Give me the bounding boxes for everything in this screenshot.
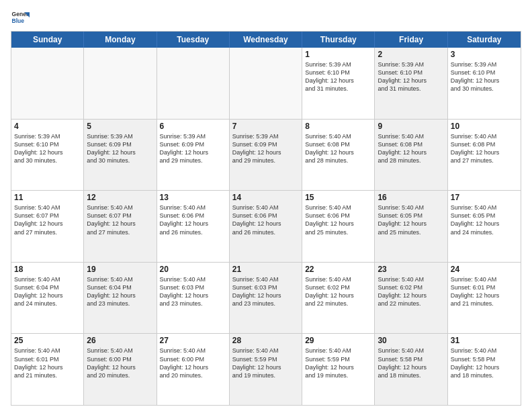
cell-line: Sunset: 6:01 PM bbox=[451, 283, 518, 291]
day-cell-29: 29Sunrise: 5:40 AMSunset: 5:59 PMDayligh… bbox=[302, 334, 375, 405]
cell-line: Sunset: 6:00 PM bbox=[160, 355, 226, 363]
cell-line: Sunset: 6:08 PM bbox=[451, 140, 518, 148]
cell-line: and 30 minutes. bbox=[451, 85, 518, 93]
cell-line: and 21 minutes. bbox=[451, 300, 518, 308]
cell-line: Daylight: 12 hours bbox=[451, 220, 518, 228]
cell-line: Sunset: 6:01 PM bbox=[14, 355, 81, 363]
day-cell-13: 13Sunrise: 5:40 AMSunset: 6:06 PMDayligh… bbox=[157, 191, 230, 262]
header-day-thursday: Thursday bbox=[302, 32, 375, 48]
day-cell-31: 31Sunrise: 5:40 AMSunset: 5:58 PMDayligh… bbox=[448, 334, 521, 405]
cell-line: Daylight: 12 hours bbox=[378, 148, 444, 156]
day-number: 28 bbox=[232, 336, 299, 345]
cell-line: Daylight: 12 hours bbox=[305, 220, 371, 228]
cell-line: and 20 minutes. bbox=[87, 371, 153, 379]
cell-line: Daylight: 12 hours bbox=[232, 220, 299, 228]
day-number: 24 bbox=[451, 265, 518, 274]
cell-line: Sunset: 6:08 PM bbox=[305, 140, 371, 148]
cell-line: Daylight: 12 hours bbox=[87, 220, 153, 228]
cell-line: Sunrise: 5:40 AM bbox=[305, 203, 371, 212]
week-row-4: 18Sunrise: 5:40 AMSunset: 6:04 PMDayligh… bbox=[11, 263, 521, 334]
cell-line: Sunset: 6:06 PM bbox=[305, 212, 371, 220]
cell-line: Sunset: 6:05 PM bbox=[451, 212, 518, 220]
day-cell-4: 4Sunrise: 5:39 AMSunset: 6:10 PMDaylight… bbox=[11, 120, 84, 191]
day-number: 30 bbox=[378, 336, 444, 345]
cell-line: and 27 minutes. bbox=[14, 228, 81, 236]
cell-line: Sunrise: 5:40 AM bbox=[451, 132, 518, 140]
cell-line: and 18 minutes. bbox=[378, 371, 444, 379]
cell-line: Daylight: 12 hours bbox=[451, 363, 518, 371]
day-number: 12 bbox=[87, 193, 153, 202]
cell-line: and 19 minutes. bbox=[305, 371, 371, 379]
day-cell-9: 9Sunrise: 5:40 AMSunset: 6:08 PMDaylight… bbox=[375, 120, 447, 191]
day-cell-3: 3Sunrise: 5:39 AMSunset: 6:10 PMDaylight… bbox=[448, 48, 521, 119]
calendar-body: 1Sunrise: 5:39 AMSunset: 6:10 PMDaylight… bbox=[11, 48, 521, 405]
cell-line: and 21 minutes. bbox=[14, 371, 81, 379]
cell-line: Sunrise: 5:40 AM bbox=[451, 275, 518, 283]
header-day-sunday: Sunday bbox=[11, 32, 84, 48]
cell-line: Sunrise: 5:40 AM bbox=[87, 203, 153, 212]
empty-cell bbox=[157, 48, 230, 119]
cell-line: Sunset: 6:04 PM bbox=[14, 283, 81, 291]
cell-line: Sunrise: 5:40 AM bbox=[232, 203, 299, 212]
cell-line: Daylight: 12 hours bbox=[378, 291, 444, 300]
cell-line: Sunset: 6:02 PM bbox=[305, 283, 371, 291]
day-number: 14 bbox=[232, 193, 299, 202]
logo-icon: General Blue bbox=[11, 8, 30, 27]
day-number: 22 bbox=[305, 265, 371, 274]
cell-line: Daylight: 12 hours bbox=[160, 220, 226, 228]
cell-line: Sunrise: 5:40 AM bbox=[305, 132, 371, 140]
day-cell-2: 2Sunrise: 5:39 AMSunset: 6:10 PMDaylight… bbox=[375, 48, 447, 119]
cell-line: Sunset: 6:10 PM bbox=[14, 140, 81, 148]
day-cell-12: 12Sunrise: 5:40 AMSunset: 6:07 PMDayligh… bbox=[84, 191, 157, 262]
cell-line: Daylight: 12 hours bbox=[160, 291, 226, 300]
header-day-saturday: Saturday bbox=[448, 32, 521, 48]
cell-line: Sunrise: 5:40 AM bbox=[160, 347, 226, 355]
cell-line: Sunrise: 5:39 AM bbox=[305, 60, 371, 68]
day-cell-18: 18Sunrise: 5:40 AMSunset: 6:04 PMDayligh… bbox=[11, 263, 84, 334]
cell-line: Daylight: 12 hours bbox=[160, 148, 226, 156]
cell-line: Daylight: 12 hours bbox=[451, 148, 518, 156]
day-number: 8 bbox=[305, 122, 371, 131]
day-number: 4 bbox=[14, 122, 81, 131]
cell-line: and 22 minutes. bbox=[378, 300, 444, 308]
cell-line: Sunrise: 5:40 AM bbox=[87, 347, 153, 355]
cell-line: Daylight: 12 hours bbox=[451, 77, 518, 85]
day-number: 29 bbox=[305, 336, 371, 345]
day-cell-5: 5Sunrise: 5:39 AMSunset: 6:09 PMDaylight… bbox=[84, 120, 157, 191]
cell-line: Sunrise: 5:40 AM bbox=[378, 275, 444, 283]
cell-line: Sunrise: 5:40 AM bbox=[232, 275, 299, 283]
cell-line: and 26 minutes. bbox=[232, 228, 299, 236]
cell-line: Sunrise: 5:40 AM bbox=[305, 275, 371, 283]
week-row-5: 25Sunrise: 5:40 AMSunset: 6:01 PMDayligh… bbox=[11, 334, 521, 405]
cell-line: Daylight: 12 hours bbox=[14, 148, 81, 156]
cell-line: and 29 minutes. bbox=[232, 156, 299, 165]
cell-line: and 24 minutes. bbox=[451, 228, 518, 236]
week-row-2: 4Sunrise: 5:39 AMSunset: 6:10 PMDaylight… bbox=[11, 120, 521, 191]
cell-line: Sunset: 6:09 PM bbox=[160, 140, 226, 148]
day-cell-25: 25Sunrise: 5:40 AMSunset: 6:01 PMDayligh… bbox=[11, 334, 84, 405]
cell-line: Sunset: 6:06 PM bbox=[232, 212, 299, 220]
cell-line: and 28 minutes. bbox=[378, 156, 444, 165]
cell-line: Sunrise: 5:40 AM bbox=[378, 132, 444, 140]
day-cell-28: 28Sunrise: 5:40 AMSunset: 5:59 PMDayligh… bbox=[230, 334, 302, 405]
cell-line: Daylight: 12 hours bbox=[378, 363, 444, 371]
day-cell-6: 6Sunrise: 5:39 AMSunset: 6:09 PMDaylight… bbox=[157, 120, 230, 191]
day-number: 9 bbox=[378, 122, 444, 131]
cell-line: Sunset: 6:06 PM bbox=[160, 212, 226, 220]
cell-line: and 20 minutes. bbox=[160, 371, 226, 379]
cell-line: Sunrise: 5:40 AM bbox=[14, 347, 81, 355]
day-number: 11 bbox=[14, 193, 81, 202]
cell-line: Sunrise: 5:40 AM bbox=[14, 275, 81, 283]
cell-line: and 31 minutes. bbox=[305, 85, 371, 93]
cell-line: Sunrise: 5:40 AM bbox=[160, 275, 226, 283]
day-cell-1: 1Sunrise: 5:39 AMSunset: 6:10 PMDaylight… bbox=[302, 48, 375, 119]
cell-line: Sunrise: 5:40 AM bbox=[87, 275, 153, 283]
day-number: 15 bbox=[305, 193, 371, 202]
header-day-tuesday: Tuesday bbox=[157, 32, 230, 48]
cell-line: Sunset: 5:59 PM bbox=[232, 355, 299, 363]
cell-line: and 25 minutes. bbox=[378, 228, 444, 236]
cell-line: Sunset: 6:07 PM bbox=[87, 212, 153, 220]
day-number: 20 bbox=[160, 265, 226, 274]
day-cell-19: 19Sunrise: 5:40 AMSunset: 6:04 PMDayligh… bbox=[84, 263, 157, 334]
day-number: 26 bbox=[87, 336, 153, 345]
